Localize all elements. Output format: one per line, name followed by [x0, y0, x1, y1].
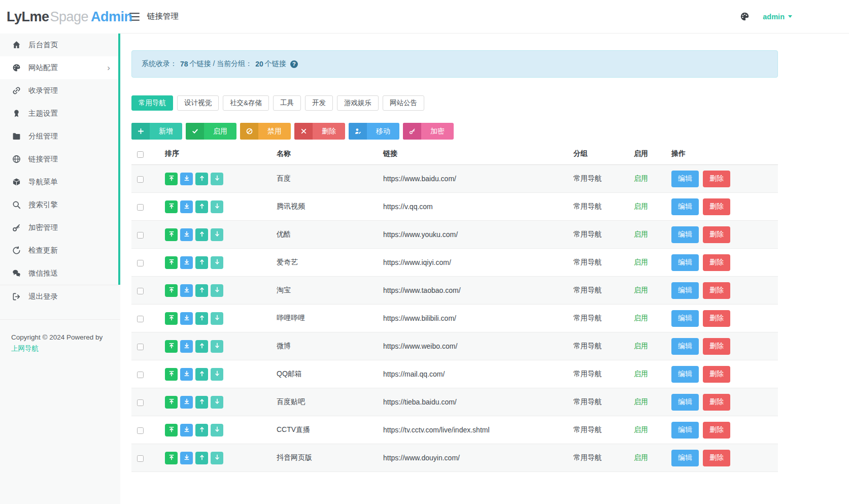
move-top-button[interactable] — [165, 200, 178, 213]
sidebar-item-home[interactable]: 后台首页 — [0, 33, 120, 56]
move-up-button[interactable] — [195, 312, 208, 325]
move-down-button[interactable] — [211, 256, 223, 269]
move-button[interactable]: 移动 — [349, 123, 399, 140]
delete-button[interactable]: 删除 — [703, 338, 730, 355]
delete-button[interactable]: 删除 — [703, 171, 730, 187]
move-up-button[interactable] — [195, 452, 208, 464]
move-up-button[interactable] — [195, 340, 208, 353]
move-top-button[interactable] — [165, 284, 178, 297]
help-icon[interactable]: ? — [290, 60, 298, 68]
sidebar-item-search-engine[interactable]: 搜索引擎 — [0, 193, 120, 216]
delete-button[interactable]: 删除 — [703, 198, 730, 215]
edit-button[interactable]: 编辑 — [671, 422, 699, 439]
row-checkbox[interactable] — [137, 399, 144, 406]
delete-button[interactable]: 删除 — [703, 450, 730, 466]
category-tab-6[interactable]: 网站公告 — [383, 95, 424, 111]
delete-button[interactable]: 删除 — [703, 254, 730, 271]
edit-button[interactable]: 编辑 — [671, 338, 699, 355]
edit-button[interactable]: 编辑 — [671, 282, 699, 299]
add-button[interactable]: 新增 — [131, 123, 182, 140]
sidebar-item-site-config[interactable]: 网站配置› — [0, 56, 120, 79]
delete-button[interactable]: 删除 — [703, 282, 730, 299]
row-checkbox[interactable] — [137, 427, 144, 434]
move-top-button[interactable] — [165, 228, 178, 241]
row-checkbox[interactable] — [137, 176, 144, 183]
category-tab-4[interactable]: 开发 — [305, 95, 333, 111]
delete-button[interactable]: 删除 — [294, 123, 345, 140]
row-checkbox[interactable] — [137, 260, 144, 266]
move-top-button[interactable] — [165, 396, 178, 409]
sidebar-item-links[interactable]: 链接管理 — [0, 148, 120, 171]
move-top-button[interactable] — [165, 173, 178, 185]
move-bottom-button[interactable] — [180, 312, 193, 325]
move-bottom-button[interactable] — [180, 340, 193, 353]
move-down-button[interactable] — [211, 452, 223, 464]
move-bottom-button[interactable] — [180, 396, 193, 409]
row-checkbox[interactable] — [137, 316, 144, 322]
move-down-button[interactable] — [211, 396, 223, 409]
edit-button[interactable]: 编辑 — [671, 226, 699, 243]
theme-palette-icon[interactable] — [740, 12, 750, 21]
sidebar-item-check-update[interactable]: 检查更新 — [0, 239, 120, 262]
row-checkbox[interactable] — [137, 204, 144, 211]
move-bottom-button[interactable] — [180, 452, 193, 464]
move-bottom-button[interactable] — [180, 284, 193, 297]
move-bottom-button[interactable] — [180, 200, 193, 213]
sidebar-item-logout[interactable]: 退出登录 — [0, 285, 120, 308]
move-bottom-button[interactable] — [180, 256, 193, 269]
edit-button[interactable]: 编辑 — [671, 394, 699, 411]
edit-button[interactable]: 编辑 — [671, 450, 699, 466]
encrypt-button[interactable]: 加密 — [403, 123, 454, 140]
move-top-button[interactable] — [165, 424, 178, 436]
move-top-button[interactable] — [165, 452, 178, 464]
move-down-button[interactable] — [211, 424, 223, 436]
category-tab-0[interactable]: 常用导航 — [131, 95, 173, 111]
sidebar-item-wechat-push[interactable]: 微信推送 — [0, 262, 120, 285]
move-up-button[interactable] — [195, 396, 208, 409]
sidebar-item-collect[interactable]: 收录管理 — [0, 79, 120, 102]
select-all-checkbox[interactable] — [137, 151, 144, 158]
move-down-button[interactable] — [211, 368, 223, 381]
disable-button[interactable]: 禁用 — [240, 123, 291, 140]
sidebar-item-nav-menu[interactable]: 导航菜单 — [0, 171, 120, 193]
move-up-button[interactable] — [195, 173, 208, 185]
move-up-button[interactable] — [195, 256, 208, 269]
move-up-button[interactable] — [195, 228, 208, 241]
move-top-button[interactable] — [165, 368, 178, 381]
move-down-button[interactable] — [211, 284, 223, 297]
delete-button[interactable]: 删除 — [703, 394, 730, 411]
move-top-button[interactable] — [165, 340, 178, 353]
move-top-button[interactable] — [165, 256, 178, 269]
powered-by-link[interactable]: 上网导航 — [11, 343, 109, 354]
edit-button[interactable]: 编辑 — [671, 310, 699, 327]
row-checkbox[interactable] — [137, 288, 144, 294]
move-down-button[interactable] — [211, 312, 223, 325]
move-up-button[interactable] — [195, 368, 208, 381]
row-checkbox[interactable] — [137, 232, 144, 239]
category-tab-5[interactable]: 游戏娱乐 — [337, 95, 379, 111]
delete-button[interactable]: 删除 — [703, 366, 730, 383]
category-tab-3[interactable]: 工具 — [273, 95, 301, 111]
sidebar-item-theme[interactable]: 主题设置 — [0, 102, 120, 125]
user-dropdown[interactable]: admin — [763, 13, 792, 21]
delete-button[interactable]: 删除 — [703, 226, 730, 243]
delete-button[interactable]: 删除 — [703, 422, 730, 439]
row-checkbox[interactable] — [137, 455, 144, 462]
move-down-button[interactable] — [211, 173, 223, 185]
edit-button[interactable]: 编辑 — [671, 171, 699, 187]
edit-button[interactable]: 编辑 — [671, 366, 699, 383]
edit-button[interactable]: 编辑 — [671, 254, 699, 271]
move-bottom-button[interactable] — [180, 424, 193, 436]
move-down-button[interactable] — [211, 340, 223, 353]
row-checkbox[interactable] — [137, 344, 144, 350]
move-up-button[interactable] — [195, 284, 208, 297]
sidebar-item-encryption[interactable]: 加密管理 — [0, 216, 120, 239]
move-down-button[interactable] — [211, 200, 223, 213]
row-checkbox[interactable] — [137, 372, 144, 378]
move-up-button[interactable] — [195, 424, 208, 436]
move-up-button[interactable] — [195, 200, 208, 213]
move-bottom-button[interactable] — [180, 173, 193, 185]
move-bottom-button[interactable] — [180, 368, 193, 381]
sidebar-item-groups[interactable]: 分组管理 — [0, 125, 120, 148]
category-tab-1[interactable]: 设计视觉 — [177, 95, 219, 111]
